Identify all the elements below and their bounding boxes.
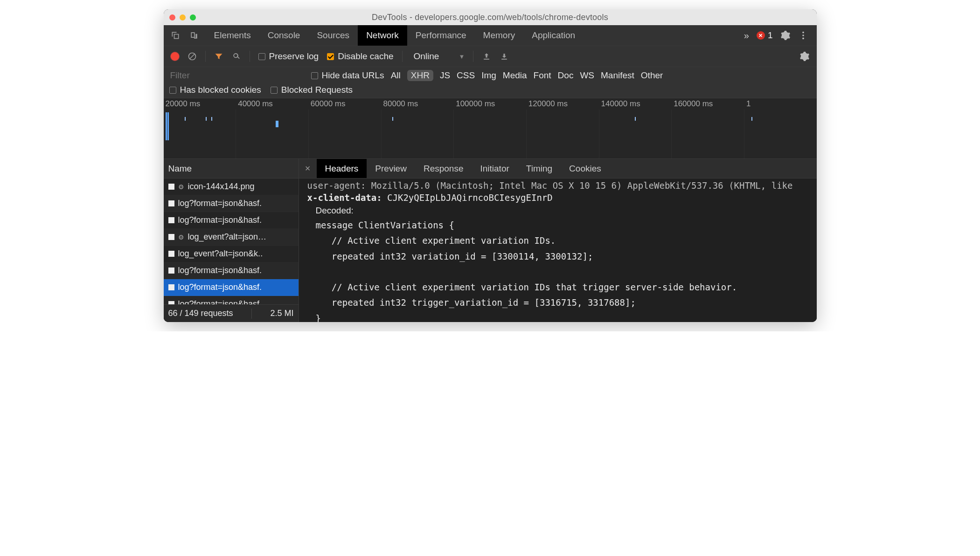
main-row: Name ⚙icon-144x144.pnglog?format=json&ha… bbox=[164, 159, 817, 322]
disable-cache-checkbox[interactable]: Disable cache bbox=[327, 51, 393, 62]
preserve-log-label: Preserve log bbox=[269, 51, 319, 62]
type-filter-all[interactable]: All bbox=[391, 70, 401, 81]
blocked-requests-label: Blocked Requests bbox=[281, 85, 353, 95]
type-filter-media[interactable]: Media bbox=[503, 70, 527, 81]
detail-tabbar: × HeadersPreviewResponseInitiatorTimingC… bbox=[299, 159, 817, 178]
record-button[interactable] bbox=[171, 52, 179, 61]
request-name: log?format=json&hasf. bbox=[178, 282, 262, 292]
upload-har-icon[interactable] bbox=[482, 52, 491, 61]
gear-icon: ⚙ bbox=[178, 233, 184, 241]
detail-tab-timing[interactable]: Timing bbox=[518, 159, 561, 178]
clear-log-icon[interactable] bbox=[188, 52, 197, 61]
file-icon bbox=[168, 234, 174, 240]
request-list-footer: 66 / 149 requests 2.5 MI bbox=[164, 304, 299, 322]
headers-body[interactable]: user-agent: Mozilla/5.0 (Macintosh; Inte… bbox=[299, 178, 817, 322]
window-traffic-lights bbox=[169, 14, 196, 21]
preserve-log-checkbox[interactable]: Preserve log bbox=[258, 51, 319, 62]
blocked-requests-checkbox[interactable]: Blocked Requests bbox=[271, 85, 353, 95]
minimize-window-button[interactable] bbox=[180, 14, 186, 21]
error-count-badge[interactable]: 1 bbox=[757, 30, 773, 41]
devtools-tabbar: ElementsConsoleSourcesNetworkPerformance… bbox=[164, 25, 817, 46]
close-detail-icon[interactable]: × bbox=[299, 159, 317, 178]
divider bbox=[251, 309, 252, 319]
throttling-select[interactable]: Online ▼ bbox=[411, 50, 465, 62]
panel-tab-elements[interactable]: Elements bbox=[206, 25, 259, 46]
network-settings-gear-icon[interactable] bbox=[799, 51, 810, 62]
panel-tab-memory[interactable]: Memory bbox=[475, 25, 524, 46]
request-row[interactable]: log?format=json&hasf. bbox=[164, 262, 299, 279]
request-name: log_event?alt=json… bbox=[188, 232, 267, 242]
search-icon[interactable] bbox=[232, 52, 241, 61]
detail-tab-preview[interactable]: Preview bbox=[367, 159, 415, 178]
request-detail-panel: × HeadersPreviewResponseInitiatorTimingC… bbox=[299, 159, 817, 322]
user-agent-header-line: user-agent: Mozilla/5.0 (Macintosh; Inte… bbox=[307, 180, 808, 191]
file-icon bbox=[168, 301, 174, 304]
svg-line-4 bbox=[190, 54, 195, 59]
has-blocked-cookies-checkbox[interactable]: Has blocked cookies bbox=[169, 85, 261, 95]
decoded-code-block: message ClientVariations { // Active cli… bbox=[316, 218, 808, 322]
file-icon bbox=[168, 184, 174, 190]
type-filter-xhr[interactable]: XHR bbox=[407, 70, 433, 81]
titlebar: DevTools - developers.google.com/web/too… bbox=[164, 9, 817, 25]
panel-tab-performance[interactable]: Performance bbox=[407, 25, 475, 46]
request-row[interactable]: log?format=json&hasf. bbox=[164, 296, 299, 304]
panel-tab-application[interactable]: Application bbox=[523, 25, 584, 46]
request-row[interactable]: log_event?alt=json&k.. bbox=[164, 246, 299, 262]
checkbox-icon bbox=[169, 87, 176, 94]
close-window-button[interactable] bbox=[169, 14, 175, 21]
disable-cache-label: Disable cache bbox=[338, 51, 393, 62]
type-filter-js[interactable]: JS bbox=[440, 70, 450, 81]
type-filter-other[interactable]: Other bbox=[641, 70, 663, 81]
panel-tab-sources[interactable]: Sources bbox=[308, 25, 358, 46]
request-name: log?format=json&hasf. bbox=[178, 266, 262, 275]
divider bbox=[205, 51, 206, 62]
request-list[interactable]: ⚙icon-144x144.pnglog?format=json&hasf.lo… bbox=[164, 178, 299, 304]
download-har-icon[interactable] bbox=[500, 52, 509, 61]
x-client-data-value: CJK2yQEIpLbJAQirncoBCIesygEInrD bbox=[387, 192, 553, 203]
chevron-down-icon: ▼ bbox=[459, 53, 465, 60]
request-name: icon-144x144.png bbox=[188, 182, 255, 192]
panel-tab-network[interactable]: Network bbox=[358, 25, 407, 46]
more-panels-button[interactable]: » bbox=[744, 30, 749, 41]
file-icon bbox=[168, 217, 174, 223]
file-icon bbox=[168, 200, 174, 206]
x-client-data-key: x-client-data: bbox=[307, 192, 382, 203]
checkbox-icon bbox=[271, 87, 278, 94]
panel-tab-console[interactable]: Console bbox=[259, 25, 309, 46]
detail-tab-initiator[interactable]: Initiator bbox=[472, 159, 517, 178]
type-filter-font[interactable]: Font bbox=[534, 70, 551, 81]
timeline-overview[interactable]: 20000 ms40000 ms60000 ms80000 ms100000 m… bbox=[164, 98, 817, 159]
type-filter-css[interactable]: CSS bbox=[457, 70, 475, 81]
request-row[interactable]: ⚙log_event?alt=json… bbox=[164, 229, 299, 246]
error-count: 1 bbox=[768, 30, 773, 41]
request-list-panel: Name ⚙icon-144x144.pnglog?format=json&ha… bbox=[164, 159, 299, 322]
request-list-header[interactable]: Name bbox=[164, 159, 299, 178]
detail-tab-response[interactable]: Response bbox=[415, 159, 472, 178]
zoom-window-button[interactable] bbox=[190, 14, 196, 21]
filter-toggle-icon[interactable] bbox=[214, 52, 223, 61]
filter-input[interactable] bbox=[169, 70, 305, 81]
inspect-element-icon[interactable] bbox=[171, 31, 180, 40]
type-filter-manifest[interactable]: Manifest bbox=[601, 70, 634, 81]
detail-tab-headers[interactable]: Headers bbox=[317, 159, 367, 178]
settings-gear-icon[interactable] bbox=[780, 30, 791, 41]
type-filter-img[interactable]: Img bbox=[481, 70, 496, 81]
request-row[interactable]: log?format=json&hasf. bbox=[164, 279, 299, 296]
kebab-menu-icon[interactable] bbox=[798, 30, 808, 41]
request-row[interactable]: log?format=json&hasf. bbox=[164, 212, 299, 229]
divider bbox=[402, 51, 403, 62]
request-row[interactable]: ⚙icon-144x144.png bbox=[164, 178, 299, 195]
request-name: log?format=json&hasf. bbox=[178, 299, 262, 304]
toggle-device-toolbar-icon[interactable] bbox=[189, 31, 199, 40]
svg-point-0 bbox=[802, 32, 804, 34]
request-row[interactable]: log?format=json&hasf. bbox=[164, 195, 299, 212]
detail-tab-cookies[interactable]: Cookies bbox=[561, 159, 610, 178]
request-name: log_event?alt=json&k.. bbox=[178, 249, 263, 259]
type-filter-ws[interactable]: WS bbox=[580, 70, 594, 81]
type-filter-doc[interactable]: Doc bbox=[558, 70, 574, 81]
type-filter-group: AllXHRJSCSSImgMediaFontDocWSManifestOthe… bbox=[391, 70, 663, 81]
file-icon bbox=[168, 268, 174, 274]
devtools-window: DevTools - developers.google.com/web/too… bbox=[164, 9, 817, 322]
hide-data-urls-checkbox[interactable]: Hide data URLs bbox=[311, 70, 384, 81]
divider bbox=[250, 51, 250, 62]
